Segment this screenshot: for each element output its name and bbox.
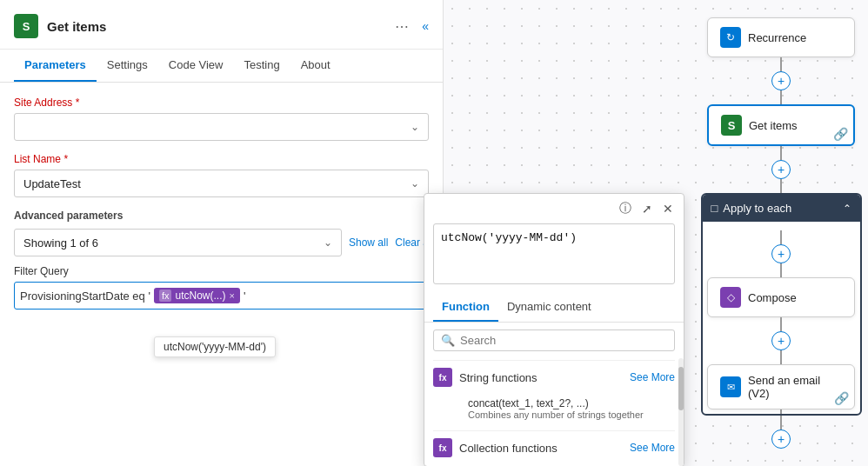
- flow-nodes-container: ↻ Recurrence + S Get items 🔗 +: [694, 0, 868, 466]
- fx-string-icon: fx: [433, 368, 452, 387]
- add-button-3[interactable]: +: [771, 429, 791, 449]
- connector-1: +: [771, 57, 791, 104]
- search-input[interactable]: [460, 334, 667, 347]
- advanced-showing-value: Showing 1 of 6: [23, 236, 98, 250]
- apply-each-header[interactable]: □ Apply to each ⌃: [703, 195, 860, 222]
- connector-3: +: [771, 416, 791, 449]
- tab-code-view[interactable]: Code View: [158, 50, 234, 82]
- apply-each-label: Apply to each: [723, 202, 791, 215]
- form-content: Site Address * ⌄ List Name * UpdateTest …: [0, 83, 443, 323]
- apply-each-body: + ◇ Compose + ✉: [703, 222, 860, 416]
- string-functions-row[interactable]: fx String functions See More: [433, 360, 675, 394]
- filter-suffix-text: ': [244, 290, 245, 303]
- panel-header: S Get items ⋯ «: [0, 0, 443, 50]
- concat-label: concat(text_1, text_2?, ...): [468, 397, 666, 409]
- connector-2: +: [771, 146, 791, 193]
- tab-parameters[interactable]: Parameters: [14, 50, 97, 82]
- inner-line-3: [780, 317, 782, 331]
- add-button-2[interactable]: +: [771, 160, 791, 179]
- collection-functions-label: Collection functions: [459, 442, 558, 455]
- popup-expand-icon[interactable]: ➚: [640, 200, 654, 217]
- collapse-button[interactable]: «: [422, 19, 429, 33]
- recurrence-icon: ↻: [720, 27, 741, 48]
- recurrence-node[interactable]: ↻ Recurrence: [707, 17, 855, 57]
- site-address-chevron-icon: ⌄: [411, 121, 419, 133]
- line-5: [780, 416, 782, 429]
- filter-prefix-text: ProvisioningStartDate eq ': [20, 290, 150, 303]
- send-email-link-icon: 🔗: [834, 391, 849, 405]
- inner-line-1: [780, 230, 782, 244]
- more-options-button[interactable]: ⋯: [391, 17, 413, 37]
- apply-each-chevron-icon: ⌃: [843, 203, 851, 215]
- badge-text: utcNow(...): [175, 290, 225, 302]
- badge-close-icon[interactable]: ×: [229, 290, 234, 301]
- popup-code-area[interactable]: utcNow('yyyy-MM-dd'): [433, 223, 675, 284]
- popup-tab-dynamic[interactable]: Dynamic content: [498, 293, 600, 322]
- panel-header-actions: ⋯ «: [391, 17, 429, 37]
- list-name-dropdown[interactable]: UpdateTest ⌄: [14, 170, 429, 197]
- get-items-icon: S: [721, 115, 742, 136]
- search-icon: 🔍: [441, 334, 455, 347]
- compose-label: Compose: [748, 291, 797, 304]
- list-name-value: UpdateTest: [23, 177, 81, 190]
- get-items-node[interactable]: S Get items 🔗: [707, 104, 855, 146]
- line-2: [780, 90, 782, 104]
- show-all-link[interactable]: Show all: [349, 236, 388, 249]
- line-1: [780, 57, 782, 71]
- collection-functions-row[interactable]: fx Collection functions See More: [433, 430, 675, 464]
- function-popup: ⓘ ➚ ✕ utcNow('yyyy-MM-dd') Function Dyna…: [424, 193, 684, 466]
- advanced-params-dropdown[interactable]: Showing 1 of 6 ⌄: [14, 229, 342, 256]
- popup-tab-function[interactable]: Function: [433, 293, 498, 322]
- string-functions-label: String functions: [459, 371, 537, 384]
- get-items-label: Get items: [749, 119, 798, 132]
- inner-add-2[interactable]: +: [771, 331, 791, 350]
- popup-tabs: Function Dynamic content: [424, 293, 684, 323]
- filter-query-field[interactable]: ProvisioningStartDate eq ' fx utcNow(...…: [14, 282, 429, 310]
- line-3: [780, 146, 782, 160]
- popup-search-bar[interactable]: 🔍: [433, 330, 675, 351]
- send-email-node[interactable]: ✉ Send an email (V2) 🔗: [707, 364, 855, 409]
- tooltip-text: utcNow('yyyy-MM-dd'): [164, 341, 266, 353]
- panel-title: Get items: [47, 19, 106, 34]
- apply-each-container: □ Apply to each ⌃ + ◇ Compose: [701, 193, 862, 416]
- collection-functions-section: fx Collection functions See More: [424, 429, 684, 466]
- fx-collection-icon: fx: [433, 438, 452, 457]
- inner-connector-1: +: [771, 230, 791, 277]
- recurrence-label: Recurrence: [748, 31, 806, 44]
- inner-line-5: [780, 409, 782, 416]
- filter-badge[interactable]: fx utcNow(...) ×: [154, 288, 240, 303]
- popup-info-icon[interactable]: ⓘ: [618, 199, 633, 218]
- advanced-params-header: Advanced parameters: [14, 210, 429, 222]
- tab-testing[interactable]: Testing: [233, 50, 290, 82]
- collection-see-more-link[interactable]: See More: [630, 442, 675, 454]
- tooltip-popup: utcNow('yyyy-MM-dd'): [154, 336, 276, 357]
- tabs-bar: Parameters Settings Code View Testing Ab…: [0, 50, 443, 83]
- concat-function-item[interactable]: concat(text_1, text_2?, ...) Combines an…: [433, 394, 675, 427]
- get-items-link-icon: 🔗: [833, 127, 848, 141]
- string-see-more-link[interactable]: See More: [630, 371, 675, 383]
- list-name-label: List Name *: [14, 153, 429, 165]
- popup-close-icon[interactable]: ✕: [661, 200, 675, 217]
- advanced-params-section: Advanced parameters Showing 1 of 6 ⌄ Sho…: [14, 210, 429, 310]
- site-address-dropdown[interactable]: ⌄: [14, 113, 429, 141]
- popup-header: ⓘ ➚ ✕: [424, 194, 684, 223]
- compose-icon: ◇: [720, 287, 741, 308]
- inner-line-2: [780, 263, 782, 277]
- popup-code-text: utcNow('yyyy-MM-dd'): [441, 231, 577, 244]
- send-email-label: Send an email (V2): [748, 374, 842, 400]
- string-functions-section: fx String functions See More concat(text…: [424, 358, 684, 429]
- list-name-chevron-icon: ⌄: [411, 177, 419, 190]
- inner-connector-3: +: [771, 409, 791, 416]
- inner-add-1[interactable]: +: [771, 244, 791, 263]
- compose-node[interactable]: ◇ Compose: [707, 277, 855, 317]
- panel-icon: S: [14, 14, 38, 38]
- tab-settings[interactable]: Settings: [97, 50, 158, 82]
- panel-header-left: S Get items: [14, 14, 106, 38]
- add-button-1[interactable]: +: [771, 71, 791, 90]
- tab-about[interactable]: About: [290, 50, 341, 82]
- inner-line-4: [780, 350, 782, 364]
- filter-query-label: Filter Query: [14, 265, 429, 277]
- string-functions-left: fx String functions: [433, 368, 537, 387]
- concat-desc: Combines any number of strings together: [468, 409, 666, 420]
- collection-functions-left: fx Collection functions: [433, 438, 558, 457]
